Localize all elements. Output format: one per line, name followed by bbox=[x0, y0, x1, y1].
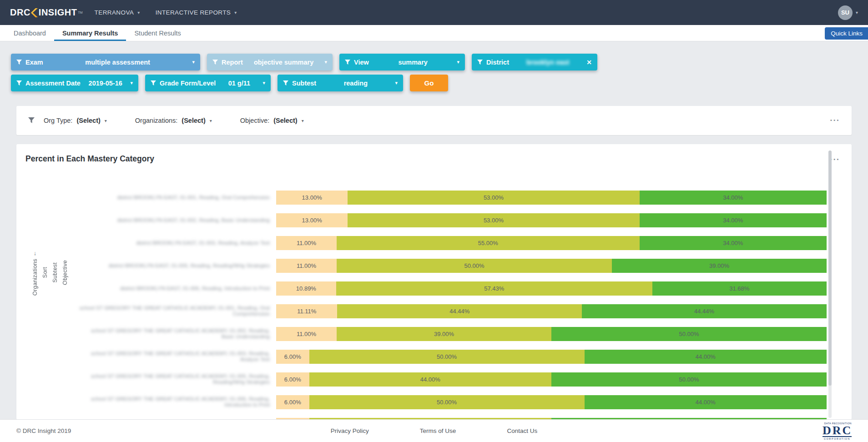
segment-value-label: 50.00% bbox=[437, 399, 457, 406]
bar-segment[interactable]: 11.00% bbox=[276, 259, 337, 273]
grade-form-level-filter-dropdown[interactable]: Grade Form/Level 01 g/11 ▾ bbox=[145, 75, 271, 91]
filter-row-1: Exam multiple assessment ▾ Report object… bbox=[11, 54, 868, 70]
tab-summary-results[interactable]: Summary Results bbox=[54, 25, 126, 41]
tab-dashboard[interactable]: Dashboard bbox=[5, 25, 54, 41]
quick-links-button[interactable]: Quick Links bbox=[825, 27, 868, 40]
more-options-button[interactable]: ... bbox=[830, 116, 840, 121]
segment-value-label: 50.00% bbox=[437, 353, 457, 360]
segment-value-label: 44.00% bbox=[696, 353, 716, 360]
bar-segment[interactable]: 39.00% bbox=[337, 327, 551, 341]
copyright-text: © DRC Insight 2019 bbox=[16, 427, 71, 434]
interactive-reports-menu[interactable]: INTERACTIVE REPORTS ▾ bbox=[156, 9, 237, 16]
bar-segment[interactable]: 34.00% bbox=[640, 191, 827, 205]
stacked-bar[interactable]: 13.00% 53.00% 34.00% bbox=[276, 191, 827, 205]
filter-value-redacted: brooklyn east bbox=[509, 59, 586, 66]
bar-segment[interactable]: 13.00% bbox=[276, 191, 348, 205]
stacked-bar[interactable]: 6.00% 44.00% 50.00% bbox=[276, 372, 827, 387]
row-label: district BROOKLYN EAST, 01-002, Reading,… bbox=[77, 217, 276, 223]
bar-segment[interactable]: 50.00% bbox=[309, 350, 585, 364]
terms-of-use-link[interactable]: Terms of Use bbox=[420, 427, 456, 434]
stacked-bar[interactable]: 10.89% 57.43% 31.68% bbox=[276, 281, 827, 296]
bar-segment[interactable]: 55.00% bbox=[337, 236, 640, 250]
view-filter-dropdown[interactable]: View summary ▾ bbox=[339, 54, 465, 70]
segment-value-label: 50.00% bbox=[464, 262, 484, 269]
bar-segment[interactable]: 50.00% bbox=[337, 259, 612, 273]
objective-select[interactable]: Objective: (Select) ▾ bbox=[240, 117, 304, 124]
terranova-menu[interactable]: TERRANOVA ▾ bbox=[95, 9, 140, 16]
subtest-filter-dropdown[interactable]: Subtest reading ▾ bbox=[278, 75, 403, 91]
bar-segment[interactable]: 6.00% bbox=[276, 395, 309, 409]
district-filter[interactable]: District brooklyn east ✕ bbox=[472, 54, 597, 70]
chevron-down-icon: ▾ bbox=[105, 118, 107, 123]
segment-value-label: 11.00% bbox=[297, 331, 316, 337]
bar-segment[interactable]: 57.43% bbox=[336, 281, 652, 296]
privacy-policy-link[interactable]: Privacy Policy bbox=[331, 427, 369, 434]
bar-segment[interactable]: 44.00% bbox=[585, 395, 827, 409]
segment-value-label: 57.43% bbox=[484, 285, 504, 292]
segment-value-label: 55.00% bbox=[478, 240, 498, 246]
avatar[interactable]: SU bbox=[838, 5, 853, 20]
bar-segment[interactable]: 10.89% bbox=[276, 281, 336, 296]
bar-segment[interactable]: 13.00% bbox=[276, 213, 348, 227]
chart-row: district BROOKLYN EAST, 01-001, Reading,… bbox=[16, 186, 852, 209]
stacked-bar[interactable]: 11.00% 50.00% 39.00% bbox=[276, 259, 827, 273]
chart-row: school ST GREGORY THE GREAT CATHOLIC ACA… bbox=[16, 345, 852, 368]
bar-segment[interactable]: 53.00% bbox=[348, 213, 639, 227]
row-label: school ST GREGORY THE GREAT CATHOLIC ACA… bbox=[77, 328, 276, 340]
bar-segment[interactable]: 11.00% bbox=[276, 327, 337, 341]
segment-value-label: 50.00% bbox=[679, 376, 699, 383]
bar-segment[interactable]: 34.00% bbox=[640, 213, 827, 227]
chart-scrollbar[interactable] bbox=[828, 151, 832, 418]
bar-segment[interactable]: 34.00% bbox=[640, 236, 827, 250]
bar-segment[interactable]: 44.00% bbox=[309, 372, 551, 387]
trademark-symbol: TM bbox=[78, 11, 82, 14]
tab-student-results[interactable]: Student Results bbox=[126, 25, 189, 41]
go-button[interactable]: Go bbox=[410, 75, 448, 91]
organizations-select[interactable]: Organizations: (Select) ▾ bbox=[135, 117, 212, 124]
stacked-bar[interactable]: 11.00% 55.00% 34.00% bbox=[276, 236, 827, 250]
chart-row: school ST GREGORY THE GREAT CATHOLIC ACA… bbox=[16, 322, 852, 345]
exam-filter-dropdown[interactable]: Exam multiple assessment ▾ bbox=[11, 54, 200, 70]
organizations-label: Organizations: bbox=[135, 117, 178, 124]
org-type-select[interactable]: Org Type: (Select) ▾ bbox=[44, 117, 107, 124]
chevron-down-icon: ▾ bbox=[210, 118, 212, 123]
bar-segment[interactable]: 44.44% bbox=[337, 304, 582, 318]
filter-funnel-icon bbox=[28, 117, 35, 124]
chart-row: school ST GREGORY THE GREAT CATHOLIC ACA… bbox=[16, 300, 852, 322]
row-label: district BROOKLYN EAST, 01-005, Reading,… bbox=[77, 263, 276, 269]
objective-value: (Select) bbox=[273, 117, 297, 124]
row-label: district BROOKLYN EAST, 01-003, Reading,… bbox=[77, 240, 276, 246]
objective-label: Objective: bbox=[240, 117, 269, 124]
bar-segment[interactable]: 44.00% bbox=[585, 350, 827, 364]
bar-segment[interactable]: 11.11% bbox=[276, 304, 337, 318]
stacked-bar[interactable]: 11.11% 44.44% 44.44% bbox=[276, 304, 827, 318]
assessment-date-filter-dropdown[interactable]: Assessment Date 2019-05-16 ▾ bbox=[11, 75, 138, 91]
bar-segment[interactable]: 6.00% bbox=[276, 350, 309, 364]
stacked-bar[interactable]: 6.00% 50.00% 44.00% bbox=[276, 395, 827, 409]
stacked-bar[interactable]: 13.00% 53.00% 34.00% bbox=[276, 213, 827, 227]
bar-segment[interactable]: 11.00% bbox=[276, 236, 337, 250]
interactive-reports-menu-label: INTERACTIVE REPORTS bbox=[156, 9, 231, 16]
user-menu[interactable]: SU ▾ bbox=[838, 5, 858, 20]
stacked-bar[interactable]: 6.00% 50.00% 44.00% bbox=[276, 350, 827, 364]
filter-value: multiple assessment bbox=[43, 59, 192, 66]
bar-segment[interactable]: 39.00% bbox=[612, 259, 827, 273]
chart-row: district BROOKLYN EAST, 01-002, Reading,… bbox=[16, 209, 852, 231]
stacked-bar[interactable]: 11.00% 39.00% 50.00% bbox=[276, 327, 827, 341]
contact-us-link[interactable]: Contact Us bbox=[507, 427, 537, 434]
remove-filter-icon[interactable]: ✕ bbox=[586, 59, 592, 66]
bar-segment[interactable]: 31.68% bbox=[652, 281, 827, 296]
bar-segment[interactable]: 53.00% bbox=[348, 191, 639, 205]
chart-row: school ST GREGORY THE GREAT CATHOLIC ACA… bbox=[16, 391, 852, 413]
chart-title: Percent in Each Mastery Category bbox=[25, 154, 154, 164]
bar-segment[interactable]: 44.44% bbox=[582, 304, 827, 318]
bar-segment[interactable]: 50.00% bbox=[309, 395, 585, 409]
bar-segment[interactable]: 6.00% bbox=[276, 372, 309, 387]
filter-label: Subtest bbox=[292, 80, 316, 87]
scrollbar-thumb[interactable] bbox=[828, 151, 832, 386]
filter-label: Report bbox=[222, 59, 243, 66]
bar-segment[interactable]: 50.00% bbox=[551, 372, 827, 387]
report-filter-dropdown[interactable]: Report objective summary ▾ bbox=[207, 54, 333, 70]
filter-row-2: Assessment Date 2019-05-16 ▾ Grade Form/… bbox=[11, 75, 868, 91]
bar-segment[interactable]: 50.00% bbox=[551, 327, 827, 341]
